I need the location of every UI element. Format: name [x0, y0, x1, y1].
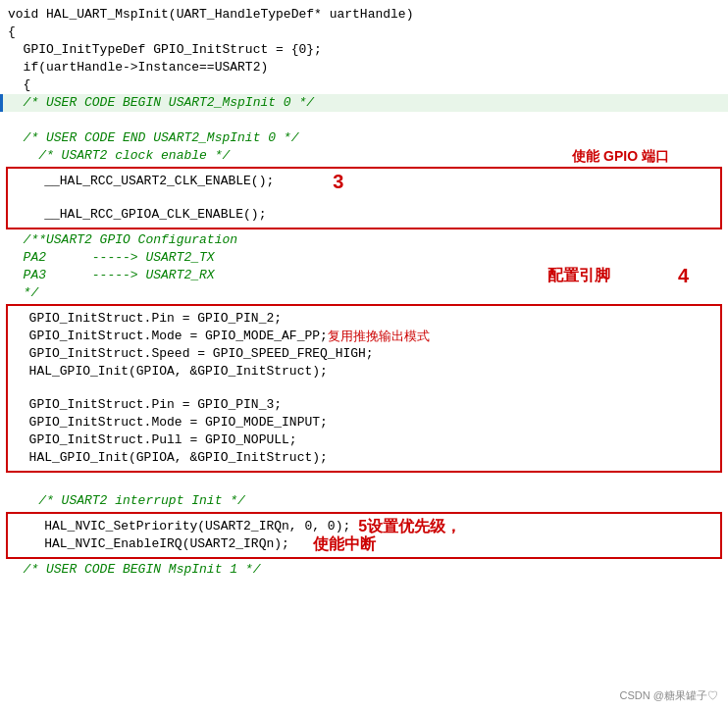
- code-line: */: [0, 284, 728, 302]
- code-line: void HAL_UART_MspInit(UART_HandleTypeDef…: [0, 6, 728, 24]
- red-box-gpio: GPIO_InitStruct.Pin = GPIO_PIN_2; GPIO_I…: [0, 304, 728, 473]
- code-text: if(uartHandle->Instance==USART2): [8, 59, 268, 76]
- code-line: /* USER CODE BEGIN MspInit 1 */: [0, 561, 728, 579]
- code-line: GPIO_InitStruct.Pin = GPIO_PIN_3;: [14, 396, 714, 414]
- interrupt-enable-annotation: 使能中断: [313, 535, 376, 553]
- code-text: GPIO_InitStruct.Speed = GPIO_SPEED_FREQ_…: [14, 345, 374, 363]
- code-text: GPIO_InitStruct.Pull = GPIO_NOPULL;: [14, 432, 297, 449]
- code-text: PA3 -----> USART2_RX: [8, 267, 215, 284]
- code-line-empty: [14, 381, 714, 396]
- code-text: {: [8, 76, 30, 94]
- code-line: PA3 -----> USART2_RX 配置引脚 4: [0, 267, 728, 284]
- code-text: GPIO_InitTypeDef GPIO_InitStruct = {0};: [8, 41, 322, 59]
- code-line: HAL_NVIC_EnableIRQ(USART2_IRQn); 使能中断: [14, 535, 714, 553]
- code-line: {: [0, 24, 728, 41]
- config-pin-annotation: 配置引脚: [547, 267, 610, 284]
- code-line: if(uartHandle->Instance==USART2): [0, 59, 728, 76]
- nvic-box: HAL_NVIC_SetPriority(USART2_IRQn, 0, 0);…: [6, 512, 722, 559]
- code-text: GPIO_InitStruct.Mode = GPIO_MODE_INPUT;: [14, 414, 328, 432]
- code-text: PA2 -----> USART2_TX: [8, 249, 215, 267]
- number4-label: 4: [678, 267, 689, 284]
- number5-label: 5设置优先级，: [358, 518, 461, 535]
- code-line: HAL_GPIO_Init(GPIOA, &GPIO_InitStruct);: [14, 449, 714, 467]
- code-text: /* USART2 interrupt Init */: [8, 492, 245, 510]
- code-line: HAL_GPIO_Init(GPIOA, &GPIO_InitStruct);: [14, 363, 714, 381]
- code-text: GPIO_InitStruct.Mode = GPIO_MODE_AF_PP;: [14, 328, 328, 345]
- code-text: /* USART2 clock enable */: [8, 147, 230, 165]
- code-text: GPIO_InitStruct.Pin = GPIO_PIN_2;: [14, 310, 282, 328]
- code-line: {: [0, 76, 728, 94]
- code-line: __HAL_RCC_USART2_CLK_ENABLE(); 3: [14, 173, 714, 190]
- code-text: __HAL_RCC_USART2_CLK_ENABLE();: [14, 173, 274, 190]
- code-text: /* USER CODE BEGIN USART2_MspInit 0 */: [8, 94, 314, 112]
- code-line: [0, 112, 728, 129]
- code-text: void HAL_UART_MspInit(UART_HandleTypeDef…: [8, 6, 413, 24]
- code-text: {: [8, 24, 16, 41]
- code-line: HAL_NVIC_SetPriority(USART2_IRQn, 0, 0);…: [14, 518, 714, 535]
- code-line: /* USART2 clock enable */ 使能 GPIO 端口: [0, 147, 728, 165]
- code-text: HAL_GPIO_Init(GPIOA, &GPIO_InitStruct);: [14, 363, 328, 381]
- code-line: GPIO_InitStruct.Mode = GPIO_MODE_INPUT;: [14, 414, 714, 432]
- code-viewer: void HAL_UART_MspInit(UART_HandleTypeDef…: [0, 0, 728, 584]
- code-line: GPIO_InitStruct.Speed = GPIO_SPEED_FREQ_…: [14, 345, 714, 363]
- code-line-user-begin: /* USER CODE BEGIN USART2_MspInit 0 */: [0, 94, 728, 112]
- clk-box: __HAL_RCC_USART2_CLK_ENABLE(); 3 __HAL_R…: [6, 167, 722, 229]
- watermark: CSDN @糖果罐子♡: [620, 688, 718, 703]
- code-line: GPIO_InitStruct.Pin = GPIO_PIN_2;: [14, 310, 714, 328]
- code-text: /* USER CODE BEGIN MspInit 1 */: [8, 561, 260, 579]
- enable-gpio-annotation: 使能 GPIO 端口: [572, 147, 669, 165]
- code-text: GPIO_InitStruct.Pin = GPIO_PIN_3;: [14, 396, 282, 414]
- mux-annotation: 复用推挽输出模式: [328, 328, 430, 345]
- red-box-nvic: HAL_NVIC_SetPriority(USART2_IRQn, 0, 0);…: [0, 512, 728, 559]
- code-text: */: [8, 284, 38, 302]
- red-box-clk: __HAL_RCC_USART2_CLK_ENABLE(); 3 __HAL_R…: [0, 167, 728, 229]
- code-line: /**USART2 GPIO Configuration: [0, 231, 728, 249]
- code-line: GPIO_InitStruct.Mode = GPIO_MODE_AF_PP;复…: [14, 328, 714, 345]
- code-text: HAL_NVIC_EnableIRQ(USART2_IRQn);: [14, 535, 289, 553]
- code-text: __HAL_RCC_GPIOA_CLK_ENABLE();: [14, 206, 266, 224]
- gpio-box: GPIO_InitStruct.Pin = GPIO_PIN_2; GPIO_I…: [6, 304, 722, 473]
- code-line: GPIO_InitTypeDef GPIO_InitStruct = {0};: [0, 41, 728, 59]
- number3-label: 3: [333, 173, 343, 190]
- code-line: PA2 -----> USART2_TX: [0, 249, 728, 267]
- code-line: GPIO_InitStruct.Pull = GPIO_NOPULL;: [14, 432, 714, 449]
- code-text: /* USER CODE END USART2_MspInit 0 */: [8, 129, 298, 147]
- code-line: /* USART2 interrupt Init */: [0, 492, 728, 510]
- code-text: HAL_NVIC_SetPriority(USART2_IRQn, 0, 0);: [14, 518, 350, 535]
- code-line: __HAL_RCC_GPIOA_CLK_ENABLE();: [14, 206, 714, 224]
- code-line-empty: [14, 190, 714, 206]
- code-line: /* USER CODE END USART2_MspInit 0 */: [0, 129, 728, 147]
- code-text: HAL_GPIO_Init(GPIOA, &GPIO_InitStruct);: [14, 449, 328, 467]
- code-text: /**USART2 GPIO Configuration: [8, 231, 237, 249]
- code-line: [0, 475, 728, 492]
